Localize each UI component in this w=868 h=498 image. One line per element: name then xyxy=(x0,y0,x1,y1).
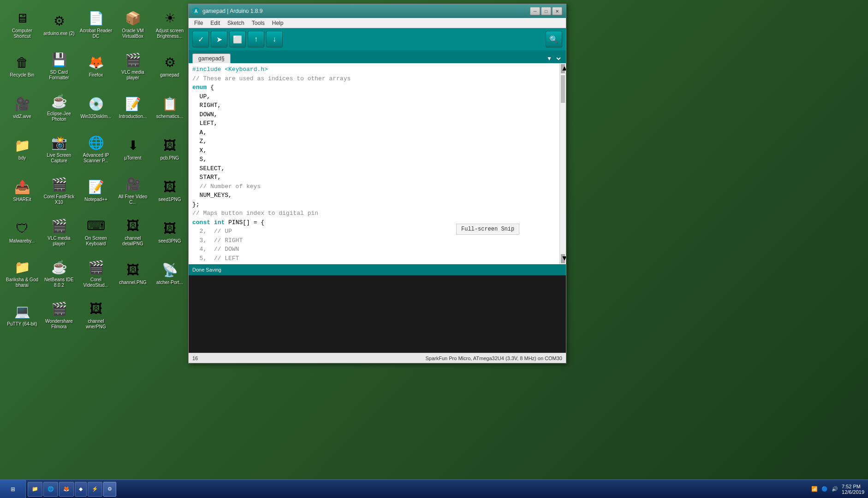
desktop-icon-22[interactable]: 📝 Notepad++ xyxy=(77,170,114,210)
scrollbar-down[interactable]: ▼ xyxy=(561,254,565,263)
desktop-icon-19[interactable]: 🖼 pcb.PNG xyxy=(151,128,188,169)
icon-image-15: 📁 xyxy=(13,136,31,154)
desktop-icon-17[interactable]: 🌐 Advanced IP Scanner P... xyxy=(77,128,114,169)
desktop-icon-30[interactable]: 📁 Bariksha & God bharai xyxy=(4,253,41,293)
taskbar: ⊞ 📁 🌐 🦊 ◆ ⚡ ⚙ 📶 🔵 🔊 7:52 PM 12/6/2019 xyxy=(0,480,868,498)
desktop-icon-2[interactable]: 📄 Acrobat Reader DC xyxy=(77,4,114,44)
taskbar-widget[interactable]: ◆ xyxy=(75,482,87,497)
icon-image-12: 💿 xyxy=(87,95,105,113)
icon-label-22: Notepad++ xyxy=(84,197,107,202)
tab-dropdown[interactable]: ▼ xyxy=(542,54,562,63)
taskbar-firefox[interactable]: 🦊 xyxy=(59,482,74,497)
menu-item-sketch[interactable]: Sketch xyxy=(224,19,248,27)
icon-label-30: Bariksha & God bharai xyxy=(6,277,39,288)
icon-image-13: 📝 xyxy=(124,95,142,113)
code-line-22: 5, // LEFT xyxy=(192,254,556,263)
open-button[interactable]: ↑ xyxy=(248,31,264,47)
code-line-14: // Number of keys xyxy=(192,182,556,191)
desktop-icon-27[interactable]: ⌨ On Screen Keyboard xyxy=(77,211,114,252)
upload-button[interactable]: ➤ xyxy=(211,31,227,47)
scrollbar-thumb[interactable] xyxy=(561,75,565,103)
icon-label-14: schematics... xyxy=(156,114,183,119)
taskbar-ie[interactable]: 🌐 xyxy=(43,482,58,497)
desktop-icon-34[interactable]: 📡 atcher-Port... xyxy=(151,253,188,293)
desktop-icon-28[interactable]: 🖼 channel detailPNG xyxy=(114,211,151,252)
desktop-icon-9[interactable]: ⚙ gamepad xyxy=(151,45,188,86)
desktop-icon-1[interactable]: ⚙ arduino.exe (2) xyxy=(41,4,77,44)
code-line-7: LEFT, xyxy=(192,119,556,128)
scrollbar-up[interactable]: ▲ xyxy=(561,64,565,73)
taskbar-arduino[interactable]: ⚙ xyxy=(103,482,116,497)
desktop-icon-32[interactable]: 🎬 Corel VideoStud... xyxy=(77,253,114,293)
desktop-icon-13[interactable]: 📝 Introduction... xyxy=(114,87,151,127)
icon-image-1: ⚙ xyxy=(50,12,68,30)
taskbar-file-explorer[interactable]: 📁 xyxy=(28,482,42,497)
desktop-icon-23[interactable]: 🎥 All Free Video C... xyxy=(114,170,151,210)
icon-label-28: channel detailPNG xyxy=(116,236,149,247)
desktop-icon-37[interactable]: 🖼 channel wnerPNG xyxy=(77,294,114,335)
desktop-icon-10[interactable]: 🎥 vidZ.wve xyxy=(4,87,41,127)
desktop-icon-16[interactable]: 📸 Live Screen Capture xyxy=(41,128,77,169)
bluetooth-icon: 🔵 xyxy=(821,486,828,492)
minimize-button[interactable]: ─ xyxy=(530,7,540,15)
icon-image-32: 🎬 xyxy=(87,258,105,276)
vertical-scrollbar[interactable]: ▲ ▼ xyxy=(559,63,566,264)
board-info: SparkFun Pro Micro, ATmega32U4 (3.3V, 8 … xyxy=(425,356,562,361)
desktop-icon-35[interactable]: 💻 PuTTY (64-bit) xyxy=(4,294,41,335)
icon-label-37: channel wnerPNG xyxy=(79,319,113,330)
code-line-10: X, xyxy=(192,146,556,155)
menu-item-file[interactable]: File xyxy=(190,19,207,27)
desktop-icon-20[interactable]: 📤 SHAREit xyxy=(4,170,41,210)
desktop-icon-18[interactable]: ⬇ µTorrent xyxy=(114,128,151,169)
verify-button[interactable]: ✓ xyxy=(192,31,209,47)
close-button[interactable]: ✕ xyxy=(552,7,562,15)
code-line-18: const int PINS[] = { xyxy=(192,218,556,227)
tab-label: gamepad§ xyxy=(198,55,225,62)
maximize-button[interactable]: □ xyxy=(541,7,551,15)
icon-image-36: 🎬 xyxy=(50,299,68,318)
start-button[interactable]: ⊞ xyxy=(0,480,26,498)
desktop-icon-24[interactable]: 🖼 seed1PNG xyxy=(151,170,188,210)
icon-label-10: vidZ.wve xyxy=(13,114,31,119)
icon-label-11: Eclipse-Jee Photon xyxy=(42,111,76,122)
speaker-icon: 🔊 xyxy=(832,486,838,492)
search-button[interactable]: 🔍 xyxy=(546,31,562,47)
desktop-icon-7[interactable]: 🦊 Firefox xyxy=(77,45,114,86)
desktop-icon-31[interactable]: ☕ NetBeans IDE 8.0.2 xyxy=(41,253,77,293)
desktop-icon-15[interactable]: 📁 bdy xyxy=(4,128,41,169)
desktop-icon-25[interactable]: 🛡 Malwareby... xyxy=(4,211,41,252)
menu-item-help[interactable]: Help xyxy=(268,19,287,27)
desktop-icon-11[interactable]: ☕ Eclipse-Jee Photon xyxy=(41,87,77,127)
icon-label-1: arduino.exe (2) xyxy=(43,31,74,36)
new-button[interactable]: ⬜ xyxy=(229,31,246,47)
tab-gamepad[interactable]: gamepad§ xyxy=(192,53,231,63)
save-button[interactable]: ↓ xyxy=(266,31,283,47)
icon-image-3: 📦 xyxy=(124,9,142,27)
icon-image-11: ☕ xyxy=(50,92,68,110)
taskbar-flash[interactable]: ⚡ xyxy=(88,482,102,497)
icon-image-7: 🦊 xyxy=(87,53,105,71)
desktop-icon-36[interactable]: 🎬 Wondershare Filmora xyxy=(41,294,77,335)
desktop-icon-26[interactable]: 🎬 VLC media player xyxy=(41,211,77,252)
desktop-icon-33[interactable]: 🖼 channel.PNG xyxy=(114,253,151,293)
icon-image-25: 🛡 xyxy=(13,219,31,237)
desktop-icon-3[interactable]: 📦 Oracle VM VirtualBox xyxy=(114,4,151,44)
desktop-icon-0[interactable]: 🖥 Computer Shortcut xyxy=(4,4,41,44)
icon-label-13: Introduction... xyxy=(119,114,147,119)
desktop-icon-5[interactable]: 🗑 Recycle Bin xyxy=(4,45,41,86)
status-message: Done Saving xyxy=(192,267,562,273)
desktop-icon-21[interactable]: 🎬 Corel FastFlick X10 xyxy=(41,170,77,210)
desktop-icon-grid: 🖥 Computer Shortcut ⚙ arduino.exe (2) 📄 … xyxy=(0,0,184,480)
menu-item-tools[interactable]: Tools xyxy=(248,19,268,27)
desktop-icon-4[interactable]: ☀ Adjust screen Brightness... xyxy=(151,4,188,44)
desktop-icon-12[interactable]: 💿 Win32DiskIm... xyxy=(77,87,114,127)
code-line-6: DOWN, xyxy=(192,110,556,119)
desktop-icon-8[interactable]: 🎬 VLC media player xyxy=(114,45,151,86)
desktop-icon-6[interactable]: 💾 SD Card Formatter xyxy=(41,45,77,86)
scrollbar-track[interactable] xyxy=(560,104,566,253)
menu-item-edit[interactable]: Edit xyxy=(207,19,224,27)
code-editor[interactable]: #include <Keyboard.h> // These are used … xyxy=(189,63,559,264)
desktop-icon-29[interactable]: 🖼 seed3PNG xyxy=(151,211,188,252)
desktop-icon-14[interactable]: 📋 schematics... xyxy=(151,87,188,127)
icon-label-24: seed1PNG xyxy=(159,197,181,202)
